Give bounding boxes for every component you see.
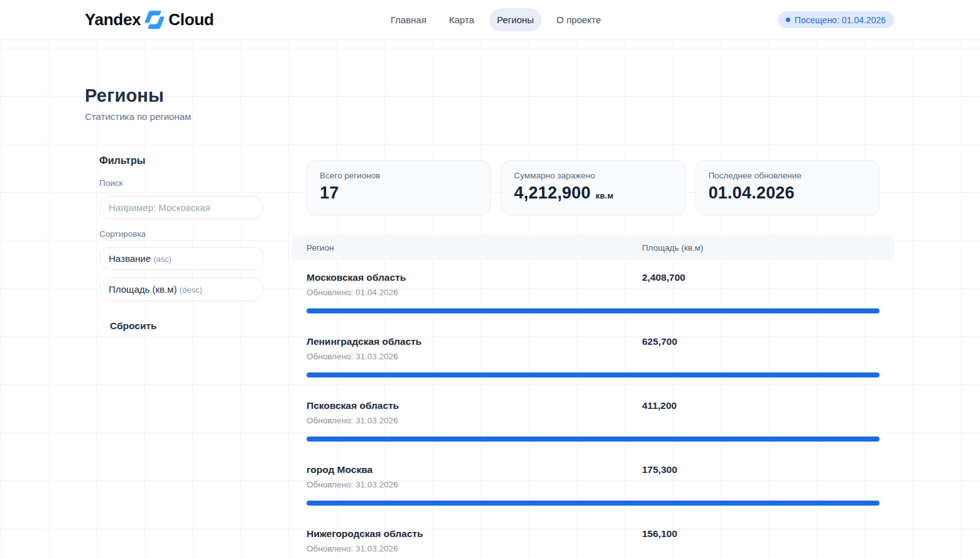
brand-word-yandex: Yandex <box>85 10 141 30</box>
table-row[interactable]: Псковская область 411,200 Обновлено: 31.… <box>291 388 895 452</box>
region-area-value: 156,100 <box>642 528 879 540</box>
main-nav: Главная Карта Регионы О проекте <box>391 14 601 25</box>
region-bar-track <box>307 308 879 313</box>
column-header-region: Регион <box>307 243 642 252</box>
stat-value: 4,212,900 кв.м <box>514 183 672 203</box>
filters-panel: Фильтры Поиск Сортировка Название (asc) … <box>85 143 291 559</box>
stats-row: Всего регионов 17 Суммарно заражено 4,21… <box>291 143 895 215</box>
top-navigation-bar: Yandex Cloud Главная Карта Регионы О про… <box>0 0 980 40</box>
brand-word-cloud: Cloud <box>168 10 214 30</box>
visited-badge-label: Посещено: 01.04.2026 <box>795 15 886 25</box>
visited-dot-icon <box>786 18 790 22</box>
reset-filters-button[interactable]: Сбросить <box>110 320 157 332</box>
region-updated-date: Обновлено: 31.03.2026 <box>307 416 879 425</box>
stat-card-total-infected: Суммарно заражено 4,212,900 кв.м <box>501 160 685 215</box>
stat-card-last-update: Последнее обновление 01.04.2026 <box>695 160 879 215</box>
region-area-value: 2,408,700 <box>642 272 879 283</box>
stat-value: 01.04.2026 <box>709 183 866 203</box>
table-row[interactable]: Ленинградская область 625,700 Обновлено:… <box>291 324 895 388</box>
column-header-area: Площадь (кв.м) <box>642 243 879 252</box>
filters-title: Фильтры <box>99 155 264 166</box>
search-label: Поиск <box>99 178 264 188</box>
region-name: Нижегородская область <box>307 528 642 540</box>
nav-item-glavnaya[interactable]: Главная <box>391 14 427 25</box>
brand-logo[interactable]: Yandex Cloud <box>85 10 214 30</box>
nav-item-karta[interactable]: Карта <box>449 14 474 25</box>
sort-by-area-direction: (desc) <box>180 285 202 295</box>
region-updated-date: Обновлено: 31.03.2026 <box>307 544 879 553</box>
stat-label: Последнее обновление <box>709 171 866 180</box>
yandex-cloud-logo-icon <box>144 11 165 29</box>
sort-by-name-button[interactable]: Название (asc) <box>99 247 264 270</box>
region-name: Псковская область <box>307 400 642 411</box>
stat-value: 17 <box>320 183 477 203</box>
region-bar <box>307 308 879 313</box>
stat-label: Суммарно заражено <box>514 171 672 180</box>
search-input[interactable] <box>99 196 264 219</box>
table-row[interactable]: город Москва 175,300 Обновлено: 31.03.20… <box>291 452 895 516</box>
region-updated-date: Обновлено: 01.04.2026 <box>307 288 879 297</box>
table-row[interactable]: Московская область 2,408,700 Обновлено: … <box>291 260 895 324</box>
region-name: Ленинградская область <box>307 336 642 347</box>
region-area-value: 175,300 <box>642 464 879 475</box>
page-body: Регионы Статистика по регионам Фильтры П… <box>0 40 980 559</box>
region-name: город Москва <box>307 464 642 475</box>
visited-badge: Посещено: 01.04.2026 <box>778 11 894 28</box>
region-name: Московская область <box>307 272 642 283</box>
stat-value-number: 4,212,900 <box>514 183 591 202</box>
region-updated-date: Обновлено: 31.03.2026 <box>307 480 879 489</box>
stat-label: Всего регионов <box>320 171 477 180</box>
regions-table: Регион Площадь (кв.м) Московская область… <box>291 235 895 559</box>
sort-by-name-direction: (asc) <box>153 254 172 264</box>
region-bar <box>307 372 879 377</box>
region-area-value: 411,200 <box>642 400 879 411</box>
region-bar-track <box>307 437 879 442</box>
nav-item-o-proekte[interactable]: О проекте <box>557 14 601 25</box>
stat-value-units: кв.м <box>596 191 614 200</box>
region-bar-track <box>307 372 879 377</box>
region-bar <box>307 501 879 506</box>
region-updated-date: Обновлено: 31.03.2026 <box>307 352 879 361</box>
sort-by-name-label: Название <box>109 253 151 264</box>
table-row[interactable]: Нижегородская область 156,100 Обновлено:… <box>291 516 895 559</box>
sort-by-area-label: Площадь (кв.м) <box>109 284 177 295</box>
region-bar-track <box>307 501 879 506</box>
page-subtitle: Статистика по регионам <box>85 111 895 122</box>
page-title: Регионы <box>85 85 895 106</box>
nav-item-regiony[interactable]: Регионы <box>489 8 542 31</box>
sort-label: Сортировка <box>99 229 264 239</box>
region-area-value: 625,700 <box>642 336 879 347</box>
stat-card-total-regions: Всего регионов 17 <box>307 160 491 215</box>
main-content: Всего регионов 17 Суммарно заражено 4,21… <box>291 143 895 559</box>
sort-by-area-button[interactable]: Площадь (кв.м) (desc) <box>99 278 264 301</box>
region-bar <box>307 437 879 442</box>
table-header-row: Регион Площадь (кв.м) <box>291 235 895 260</box>
